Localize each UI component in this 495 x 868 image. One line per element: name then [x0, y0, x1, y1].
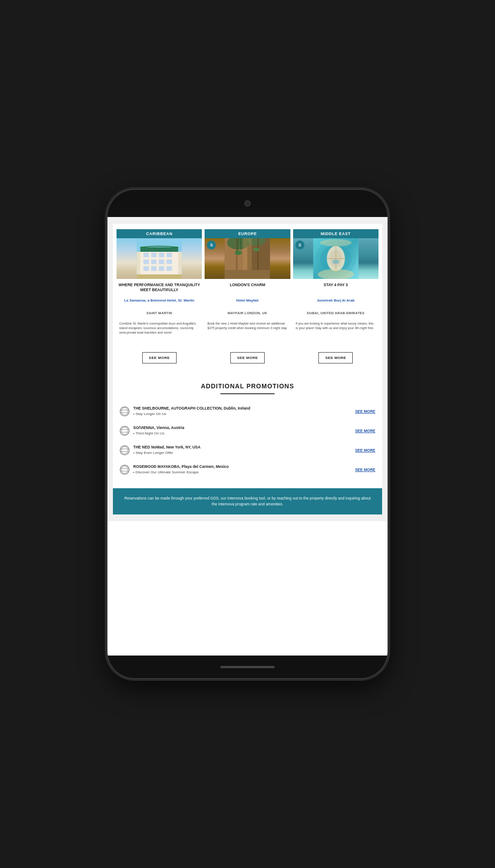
- phone-screen: CARIBBEAN: [107, 217, 388, 656]
- promo-item-sovienna: SO/VIENNA, Vienna, Austria • Third Night…: [120, 421, 375, 440]
- middleeast-header: MIDDLE EAST: [293, 229, 378, 238]
- europe-description: Book the new 1 Hotel Mayfair and receive…: [205, 320, 290, 347]
- promo-left-rosewood: ROSEWOOD MAYAKOBA, Playa del Carmen, Mex…: [120, 464, 351, 475]
- footer-section: Reservations can be made through your pr…: [113, 488, 382, 514]
- svg-line-27: [241, 238, 241, 250]
- svg-rect-10: [159, 259, 164, 264]
- sovienna-offer: • Third Night On Us: [133, 431, 351, 435]
- front-camera: [244, 200, 251, 207]
- additional-promotions-divider: [220, 393, 275, 394]
- svg-rect-15: [167, 266, 172, 271]
- svg-rect-11: [167, 259, 172, 264]
- middleeast-badge: S: [295, 241, 304, 250]
- svg-rect-9: [151, 259, 157, 264]
- shelbourne-hotel-name: THE SHELBOURNE, AUTOGRAPH COLLECTION, Du…: [133, 406, 351, 411]
- ned-text: THE NED NoMad, New York, NY, USA • Stay …: [133, 445, 351, 455]
- europe-see-more-button[interactable]: SEE MORE: [230, 352, 265, 363]
- home-indicator[interactable]: [220, 666, 275, 668]
- svg-rect-5: [151, 253, 157, 257]
- shelbourne-text: THE SHELBOURNE, AUTOGRAPH COLLECTION, Du…: [133, 406, 351, 416]
- europe-image: S: [205, 238, 290, 279]
- svg-rect-3: [140, 247, 178, 252]
- shelbourne-icon: [120, 406, 130, 416]
- additional-promotions-section: ADDITIONAL PROMOTIONS: [113, 374, 382, 488]
- svg-rect-13: [151, 266, 157, 271]
- svg-rect-7: [167, 253, 172, 257]
- middleeast-column: MIDDLE EAST S: [293, 229, 378, 347]
- ned-see-more[interactable]: SEE MORE: [355, 448, 375, 453]
- shelbourne-offer: • Stay Longer On Us: [133, 412, 351, 416]
- caribbean-description: Combine St. Martin's cosmopolitan buzz a…: [117, 320, 202, 347]
- promo-left-sovienna: SO/VIENNA, Vienna, Austria • Third Night…: [120, 425, 351, 436]
- rosewood-icon: [120, 465, 130, 475]
- middleeast-hotel[interactable]: Jumeirah Burj Al Arab: [293, 297, 378, 310]
- sovienna-icon: [120, 426, 130, 436]
- caribbean-image: [117, 238, 202, 279]
- svg-point-29: [253, 248, 260, 251]
- europe-location: MAYFAIR LONDON, UK: [205, 310, 290, 320]
- caribbean-hotel[interactable]: La Samanna, a Belmond Hotel, St. Martin: [117, 297, 202, 310]
- promo-left-shelbourne: THE SHELBOURNE, AUTOGRAPH COLLECTION, Du…: [120, 406, 351, 416]
- caribbean-header: CARIBBEAN: [117, 229, 202, 238]
- svg-rect-4: [144, 253, 149, 257]
- footer-text: Reservations can be made through your pr…: [122, 495, 373, 507]
- svg-rect-25: [225, 270, 270, 279]
- phone-notch: [107, 190, 388, 217]
- middleeast-location: DUBAI, UNITED ARAB EMIRATES: [293, 310, 378, 320]
- content-wrapper: CARIBBEAN: [107, 217, 388, 521]
- svg-point-40: [320, 239, 351, 246]
- ned-hotel-name: THE NED NoMad, New York, NY, USA: [133, 445, 351, 450]
- promo-item-ned: THE NED NoMad, New York, NY, USA • Stay …: [120, 440, 375, 460]
- promo-item-shelbourne: THE SHELBOURNE, AUTOGRAPH COLLECTION, Du…: [120, 401, 375, 421]
- promo-item-rosewood: ROSEWOOD MAYAKOBA, Playa del Carmen, Mex…: [120, 460, 375, 479]
- promo-left-ned: THE NED NoMad, New York, NY, USA • Stay …: [120, 445, 351, 455]
- caribbean-title: WHERE PERFORMANCE AND TRANQUILITY MEET B…: [117, 279, 202, 297]
- svg-rect-6: [159, 253, 164, 257]
- see-more-row: SEE MORE SEE MORE SEE MORE: [113, 347, 382, 374]
- middleeast-description: If you are looking to experience what lu…: [293, 320, 378, 347]
- europe-header: EUROPE: [205, 229, 290, 238]
- rosewood-see-more[interactable]: SEE MORE: [355, 467, 375, 472]
- sovienna-text: SO/VIENNA, Vienna, Austria • Third Night…: [133, 425, 351, 435]
- sovienna-hotel-name: SO/VIENNA, Vienna, Austria: [133, 425, 351, 431]
- caribbean-column: CARIBBEAN: [117, 229, 202, 347]
- rosewood-hotel-name: ROSEWOOD MAYAKOBA, Playa del Carmen, Mex…: [133, 464, 351, 470]
- destination-grid: CARIBBEAN: [113, 224, 382, 347]
- svg-rect-14: [159, 266, 164, 271]
- shelbourne-see-more[interactable]: SEE MORE: [355, 409, 375, 414]
- middleeast-title: STAY 4 PAY 3: [293, 279, 378, 297]
- ned-offer: • Stay Even Longer Offer: [133, 451, 351, 455]
- caribbean-location: SAINT MARTIN: [117, 310, 202, 320]
- svg-rect-12: [144, 266, 149, 271]
- svg-rect-16: [137, 274, 182, 279]
- middleeast-image: S: [293, 238, 378, 279]
- caribbean-see-more-button[interactable]: SEE MORE: [142, 352, 177, 363]
- europe-column: EUROPE S: [205, 229, 290, 347]
- middleeast-see-more-button[interactable]: SEE MORE: [318, 352, 353, 363]
- europe-title: LONDON'S CHARM: [205, 279, 290, 297]
- additional-promotions-title: ADDITIONAL PROMOTIONS: [120, 382, 375, 390]
- svg-point-28: [235, 250, 242, 255]
- rosewood-offer: • Discover Our Ultimate Summer Escape: [133, 470, 351, 474]
- rosewood-text: ROSEWOOD MAYAKOBA, Playa del Carmen, Mex…: [133, 464, 351, 474]
- ned-icon: [120, 445, 130, 455]
- phone-bottom: [107, 656, 388, 678]
- sovienna-see-more[interactable]: SEE MORE: [355, 429, 375, 433]
- europe-hotel[interactable]: Hotel Mayfair: [205, 297, 290, 310]
- phone-frame: CARIBBEAN: [107, 190, 388, 678]
- svg-rect-8: [144, 259, 149, 264]
